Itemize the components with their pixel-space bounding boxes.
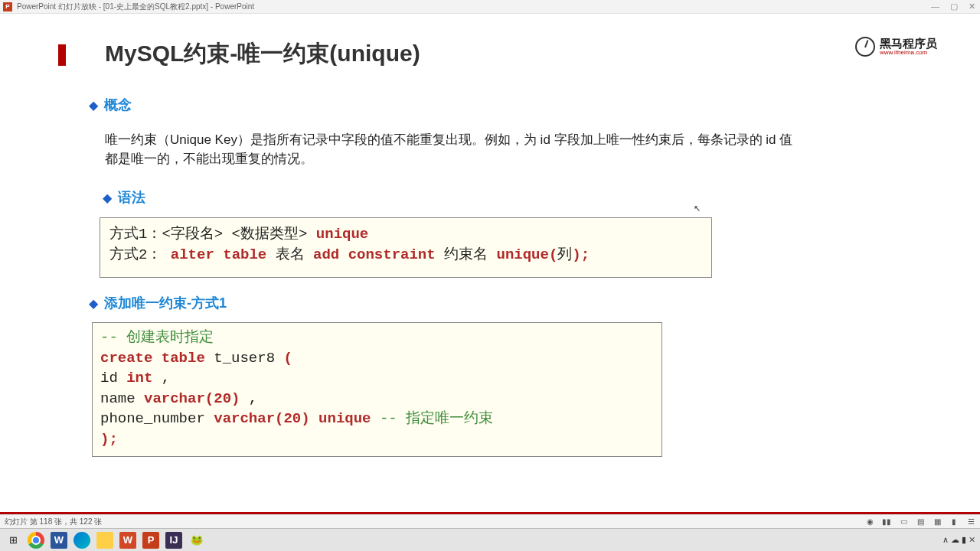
code-text: 表名 — [266, 246, 313, 263]
code-keyword: unique( — [497, 246, 558, 263]
view-outline-icon[interactable]: ☰ — [966, 517, 975, 526]
clock-icon — [855, 37, 875, 57]
code-keyword: create table — [100, 350, 205, 367]
code-keyword: varchar( — [144, 390, 214, 407]
app-window: P PowerPoint 幻灯片放映 - [01-史上最全的SQL教程2.ppt… — [0, 0, 980, 551]
code-text: 方式1：<字段名> <数据类型> — [109, 226, 316, 243]
section-method1: ◆ 添加唯一约束-方式1 — [89, 294, 227, 312]
status-bar: 幻灯片 第 118 张，共 122 张 ◉ ▮▮ ▭ ▤ ▦ ▮ ☰ — [0, 514, 980, 528]
word-icon[interactable]: W — [51, 532, 67, 549]
code-text: t_user8 — [205, 350, 284, 367]
view-present-icon[interactable]: ▮ — [949, 517, 959, 526]
code-keyword: varchar( — [214, 410, 283, 427]
code-keyword: unique — [316, 226, 368, 243]
diamond-icon: ◆ — [89, 296, 98, 311]
section-syntax: ◆ 语法 — [103, 188, 145, 207]
code-text — [371, 410, 380, 427]
code-keyword: ); — [572, 246, 590, 263]
code-keyword: alter table — [171, 246, 266, 263]
view-slideshow-icon[interactable]: ▤ — [916, 517, 925, 526]
ide-icon[interactable]: IJ — [165, 532, 182, 549]
cursor-icon: ↖ — [694, 204, 701, 214]
powerpoint-taskbar-icon[interactable]: P — [142, 532, 159, 549]
code-keyword: ); — [100, 431, 118, 448]
code-text: phone_number — [100, 410, 214, 427]
code-keyword: int — [126, 370, 152, 386]
title-accent — [58, 44, 66, 66]
example-code-box: -- 创建表时指定 create table t_user8 ( id int … — [92, 322, 662, 457]
taskbar[interactable]: ⊞ W W P IJ 🐸 ∧ ☁ ▮ ⨯ — [0, 528, 980, 551]
start-button[interactable]: ⊞ — [5, 532, 21, 549]
code-keyword: ( — [283, 350, 292, 367]
code-number: 20 — [214, 390, 231, 407]
chrome-icon[interactable] — [28, 532, 44, 549]
code-comment: -- 创建表时指定 — [100, 329, 214, 346]
minimize-button[interactable]: — — [931, 2, 939, 11]
maximize-button[interactable]: ▢ — [950, 2, 958, 11]
code-text: 约束名 — [436, 246, 497, 263]
view-reading-icon[interactable]: ▭ — [899, 517, 908, 526]
system-tray[interactable]: ∧ ☁ ▮ ⨯ — [942, 535, 975, 545]
view-sorter-icon[interactable]: ▮▮ — [882, 517, 891, 526]
tray-icons[interactable]: ∧ ☁ ▮ ⨯ — [942, 535, 975, 545]
slide-bottom-accent — [0, 512, 980, 514]
code-keyword: unique — [318, 410, 371, 427]
code-number: 20 — [283, 410, 301, 427]
diamond-icon: ◆ — [89, 98, 98, 112]
code-text: id — [100, 370, 126, 386]
code-keyword: ) — [231, 390, 240, 407]
close-button[interactable]: ✕ — [969, 2, 975, 11]
code-keyword: ) — [301, 410, 309, 427]
view-normal-icon[interactable]: ◉ — [865, 517, 874, 526]
brand-url: www.itheima.com — [880, 49, 937, 56]
concept-paragraph: 唯一约束（Unique Key）是指所有记录中字段的值不能重复出现。例如，为 i… — [105, 131, 804, 168]
section-concept: ◆ 概念 — [89, 96, 132, 114]
app-icon[interactable]: 🐸 — [188, 532, 205, 549]
code-text — [310, 410, 318, 427]
section-concept-title: 概念 — [104, 96, 132, 114]
code-text: 方式2： — [109, 246, 171, 263]
slide-title: MySQL约束-唯一约束(unique) — [105, 38, 420, 70]
diamond-icon: ◆ — [103, 191, 112, 205]
code-text: 列 — [557, 246, 572, 263]
slideshow-stage[interactable]: MySQL约束-唯一约束(unique) 黑马程序员 www.itheima.c… — [0, 14, 980, 514]
code-text: , — [240, 390, 257, 407]
section-syntax-title: 语法 — [118, 188, 145, 207]
folder-icon[interactable] — [96, 532, 113, 549]
browser-icon[interactable] — [74, 532, 90, 549]
brand-text: 黑马程序员 — [880, 37, 937, 49]
syntax-code-box: 方式1：<字段名> <数据类型> unique 方式2： alter table… — [100, 217, 712, 278]
wps-icon[interactable]: W — [119, 532, 136, 549]
code-text: name — [100, 390, 144, 407]
slide-counter: 幻灯片 第 118 张，共 122 张 — [5, 517, 102, 527]
view-grid-icon[interactable]: ▦ — [933, 517, 942, 526]
section-method1-title: 添加唯一约束-方式1 — [104, 294, 227, 312]
code-comment: -- 指定唯一约束 — [380, 410, 493, 427]
code-keyword: add constraint — [313, 246, 436, 263]
status-bar-right: ◉ ▮▮ ▭ ▤ ▦ ▮ ☰ — [865, 517, 975, 526]
code-text: , — [152, 370, 170, 386]
slide: MySQL约束-唯一约束(unique) 黑马程序员 www.itheima.c… — [0, 14, 980, 514]
powerpoint-icon: P — [3, 2, 12, 11]
titlebar: P PowerPoint 幻灯片放映 - [01-史上最全的SQL教程2.ppt… — [0, 0, 980, 14]
brand-logo: 黑马程序员 www.itheima.com — [855, 37, 937, 57]
window-title: PowerPoint 幻灯片放映 - [01-史上最全的SQL教程2.pptx]… — [17, 2, 254, 12]
